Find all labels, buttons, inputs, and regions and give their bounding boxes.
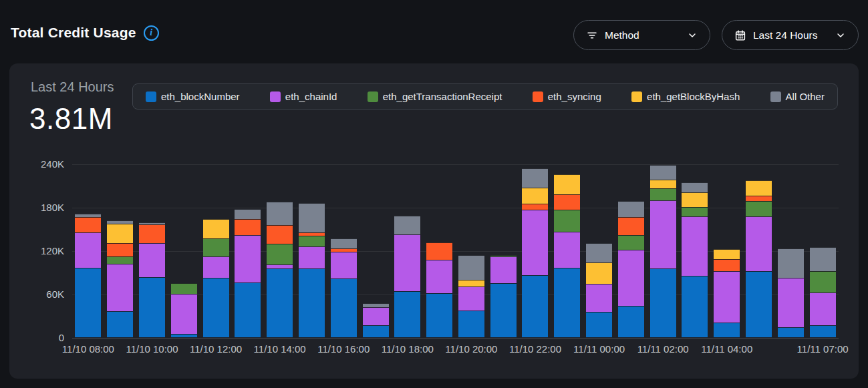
bar-segment-eth-syncing[interactable] <box>107 243 133 256</box>
bar-segment-eth-gettransactionreceipt[interactable] <box>267 244 293 264</box>
bar-11-11-01-00[interactable] <box>618 201 644 337</box>
bar-segment-eth-blocknumber[interactable] <box>554 268 580 337</box>
bar-11-10-09-00[interactable] <box>107 220 133 337</box>
bar-segment-eth-chainid[interactable] <box>650 200 676 268</box>
bar-segment-all-other[interactable] <box>586 243 612 262</box>
bar-11-10-23-00[interactable] <box>554 174 580 337</box>
bar-segment-eth-chainid[interactable] <box>746 216 772 271</box>
bar-11-10-22-00[interactable] <box>522 168 548 337</box>
bar-segment-eth-gettransactionreceipt[interactable] <box>746 201 772 216</box>
bar-segment-all-other[interactable] <box>778 248 804 278</box>
bar-segment-eth-chainid[interactable] <box>490 256 517 283</box>
bar-segment-eth-blocknumber[interactable] <box>235 282 261 337</box>
bar-segment-all-other[interactable] <box>522 168 548 188</box>
bar-segment-eth-chainid[interactable] <box>810 293 836 325</box>
bar-segment-all-other[interactable] <box>682 182 708 192</box>
bar-segment-eth-getblockbyhash[interactable] <box>650 180 676 188</box>
bar-segment-eth-syncing[interactable] <box>714 259 740 271</box>
bar-segment-eth-getblockbyhash[interactable] <box>586 262 612 283</box>
bar-segment-eth-blocknumber[interactable] <box>75 268 101 337</box>
legend-item-eth-gettransactionreceipt[interactable]: eth_getTransactionReceipt <box>368 91 502 102</box>
bar-11-11-00-00[interactable] <box>586 243 612 337</box>
bar-segment-eth-blocknumber[interactable] <box>778 327 804 337</box>
bar-segment-eth-syncing[interactable] <box>235 219 261 235</box>
bar-segment-eth-blocknumber[interactable] <box>299 268 325 337</box>
bar-segment-eth-blocknumber[interactable] <box>682 276 708 337</box>
bar-segment-eth-chainid[interactable] <box>714 271 740 323</box>
bar-segment-eth-blocknumber[interactable] <box>203 278 229 337</box>
bar-segment-eth-blocknumber[interactable] <box>714 323 740 337</box>
bar-segment-eth-chainid[interactable] <box>778 278 804 327</box>
legend-item-eth-chainid[interactable]: eth_chainId <box>270 91 337 102</box>
bar-segment-eth-chainid[interactable] <box>203 256 229 278</box>
bar-segment-eth-chainid[interactable] <box>426 260 452 293</box>
bar-segment-eth-syncing[interactable] <box>139 224 165 243</box>
bar-segment-eth-blocknumber[interactable] <box>522 275 548 337</box>
bar-segment-eth-blocknumber[interactable] <box>618 306 644 337</box>
bar-segment-eth-blocknumber[interactable] <box>586 312 612 337</box>
bar-segment-eth-chainid[interactable] <box>458 286 484 311</box>
bar-segment-eth-chainid[interactable] <box>554 232 580 268</box>
bar-segment-eth-getblockbyhash[interactable] <box>714 249 740 259</box>
bar-segment-eth-chainid[interactable] <box>331 252 357 278</box>
bar-segment-eth-blocknumber[interactable] <box>426 293 452 337</box>
bar-segment-all-other[interactable] <box>331 238 357 248</box>
bar-segment-eth-syncing[interactable] <box>618 217 644 235</box>
bar-segment-all-other[interactable] <box>618 201 644 217</box>
bar-11-10-20-00[interactable] <box>458 255 484 337</box>
bar-11-10-19-00[interactable] <box>426 242 452 337</box>
bar-11-10-15-00[interactable] <box>299 203 325 337</box>
bar-segment-eth-getblockbyhash[interactable] <box>203 219 229 238</box>
bar-segment-eth-chainid[interactable] <box>75 232 101 268</box>
bar-segment-all-other[interactable] <box>458 255 484 280</box>
bar-segment-eth-gettransactionreceipt[interactable] <box>554 210 580 232</box>
legend-item-eth-getblockbyhash[interactable]: eth_getBlockByHash <box>631 91 740 102</box>
bar-11-10-17-00[interactable] <box>363 303 389 337</box>
bar-segment-eth-chainid[interactable] <box>107 264 133 312</box>
bar-11-10-12-00[interactable] <box>203 219 229 337</box>
bar-segment-eth-gettransactionreceipt[interactable] <box>810 271 836 292</box>
bar-segment-eth-gettransactionreceipt[interactable] <box>650 188 676 200</box>
bar-segment-eth-syncing[interactable] <box>746 196 772 202</box>
bar-segment-eth-getblockbyhash[interactable] <box>554 174 580 194</box>
bar-segment-eth-getblockbyhash[interactable] <box>107 224 133 243</box>
bar-segment-eth-blocknumber[interactable] <box>746 271 772 337</box>
legend-item-eth-blocknumber[interactable]: eth_blockNumber <box>146 91 240 102</box>
bar-segment-eth-getblockbyhash[interactable] <box>682 192 708 207</box>
bar-segment-eth-blocknumber[interactable] <box>650 268 676 337</box>
bar-segment-eth-syncing[interactable] <box>426 242 452 260</box>
bar-segment-eth-gettransactionreceipt[interactable] <box>107 256 133 264</box>
bar-11-10-16-00[interactable] <box>331 238 357 337</box>
legend-item-all-other[interactable]: All Other <box>770 91 825 102</box>
bar-segment-eth-chainid[interactable] <box>235 235 261 282</box>
bar-11-10-10-00[interactable] <box>139 222 165 337</box>
bar-segment-eth-getblockbyhash[interactable] <box>522 188 548 204</box>
bar-segment-eth-blocknumber[interactable] <box>107 311 133 337</box>
bar-11-11-06-00[interactable] <box>778 248 804 337</box>
bar-segment-eth-syncing[interactable] <box>267 225 293 244</box>
bar-segment-eth-chainid[interactable] <box>299 246 325 269</box>
bar-segment-eth-blocknumber[interactable] <box>363 325 389 337</box>
bar-segment-eth-blocknumber[interactable] <box>267 268 293 337</box>
info-icon[interactable]: i <box>144 25 159 41</box>
bar-segment-eth-syncing[interactable] <box>522 204 548 210</box>
bar-segment-eth-blocknumber[interactable] <box>331 278 357 337</box>
bar-11-11-04-00[interactable] <box>714 249 740 337</box>
bar-segment-eth-getblockbyhash[interactable] <box>746 180 772 196</box>
bar-11-10-11-00[interactable] <box>171 283 197 337</box>
bar-segment-eth-blocknumber[interactable] <box>810 325 836 337</box>
bar-segment-eth-chainid[interactable] <box>363 307 389 325</box>
bar-segment-all-other[interactable] <box>810 247 836 272</box>
bar-segment-eth-gettransactionreceipt[interactable] <box>203 238 229 256</box>
bar-segment-eth-gettransactionreceipt[interactable] <box>682 207 708 216</box>
bar-segment-eth-gettransactionreceipt[interactable] <box>618 235 644 250</box>
bar-11-10-18-00[interactable] <box>394 216 420 337</box>
bar-11-11-02-00[interactable] <box>650 165 676 337</box>
bar-segment-eth-blocknumber[interactable] <box>139 277 165 337</box>
bar-11-10-13-00[interactable] <box>235 209 261 337</box>
bar-segment-eth-chainid[interactable] <box>586 284 612 312</box>
legend-item-eth-syncing[interactable]: eth_syncing <box>533 91 601 102</box>
bar-11-11-07-00[interactable] <box>810 247 836 337</box>
bar-segment-eth-blocknumber[interactable] <box>458 311 484 337</box>
bar-11-10-21-00[interactable] <box>490 255 517 337</box>
